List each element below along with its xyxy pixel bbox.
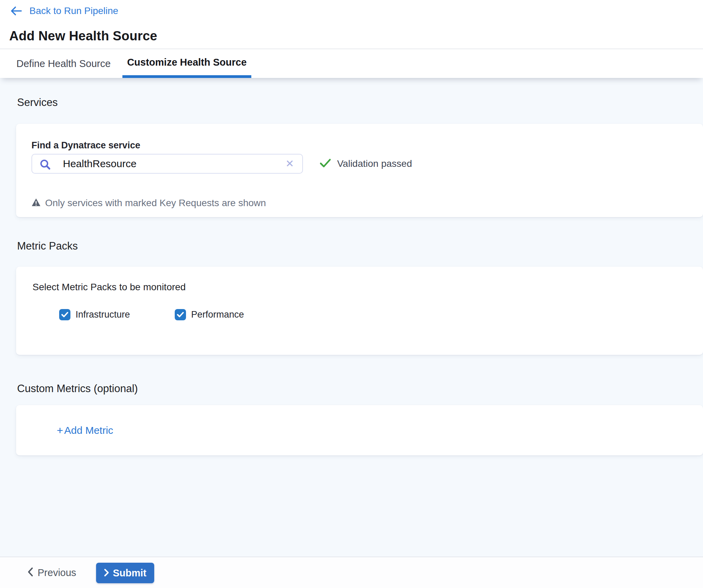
check-icon [319, 158, 332, 170]
checkbox-infrastructure[interactable]: Infrastructure [59, 309, 130, 320]
services-heading: Services [17, 97, 58, 108]
add-metric-label: Add Metric [64, 425, 113, 436]
checkbox-checked-icon [59, 309, 70, 320]
checkbox-label: Performance [191, 309, 244, 320]
service-search-row: ✕ Validation passed [31, 154, 412, 174]
custom-metrics-heading: Custom Metrics (optional) [17, 383, 138, 395]
content-area: Services Find a Dynatrace service ✕ [0, 78, 703, 557]
add-metric-button[interactable]: + Add Metric [57, 425, 113, 436]
footer-bar: Previous Submit [0, 557, 703, 588]
metric-packs-heading: Metric Packs [17, 240, 78, 252]
checkbox-performance[interactable]: Performance [175, 309, 244, 320]
clear-search-icon[interactable]: ✕ [286, 159, 294, 169]
page-header: Back to Run Pipeline Add New Health Sour… [0, 0, 703, 49]
services-card: Find a Dynatrace service ✕ [16, 124, 703, 217]
metric-packs-card: Select Metric Packs to be monitored Infr… [16, 267, 703, 355]
services-warning-text: Only services with marked Key Requests a… [45, 198, 266, 209]
chevron-right-icon [104, 569, 109, 578]
checkbox-label: Infrastructure [76, 309, 130, 320]
plus-icon: + [57, 425, 63, 436]
page-title: Add New Health Source [9, 29, 157, 43]
chevron-left-icon [27, 567, 33, 578]
services-warning: Only services with marked Key Requests a… [31, 198, 266, 209]
tab-define-health-source[interactable]: Define Health Source [12, 49, 116, 78]
checkbox-checked-icon [175, 309, 186, 320]
validation-status-text: Validation passed [337, 158, 412, 169]
previous-button[interactable]: Previous [27, 557, 76, 588]
previous-button-label: Previous [38, 567, 76, 578]
back-link-label: Back to Run Pipeline [29, 5, 118, 16]
health-source-tabs: Define Health Source Customize Health So… [0, 49, 703, 78]
service-search-box: ✕ [31, 154, 303, 174]
submit-button-label: Submit [113, 567, 146, 579]
submit-button[interactable]: Submit [96, 563, 154, 583]
service-search-label: Find a Dynatrace service [31, 140, 140, 151]
back-link[interactable]: Back to Run Pipeline [10, 5, 118, 16]
validation-status: Validation passed [319, 158, 412, 170]
back-arrow-icon [10, 5, 23, 16]
warning-icon [31, 198, 41, 208]
tab-customize-health-source[interactable]: Customize Health Source [122, 49, 252, 78]
service-search-input[interactable] [32, 155, 302, 173]
add-health-source-page: Back to Run Pipeline Add New Health Sour… [0, 0, 703, 588]
metric-packs-select-label: Select Metric Packs to be monitored [32, 282, 186, 293]
custom-metrics-card: + Add Metric [16, 405, 703, 455]
